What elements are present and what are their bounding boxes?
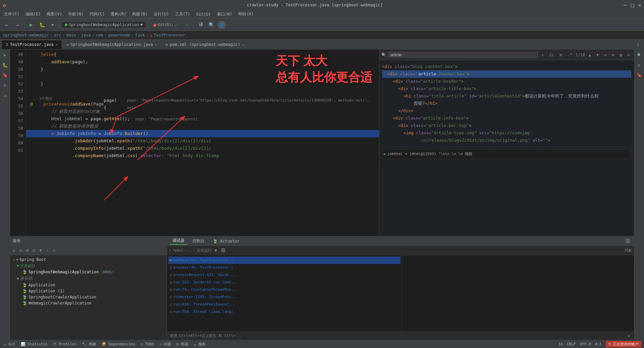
stack-item-1[interactable]: ▶ addSave:61, TestProcessor ( <box>168 257 400 264</box>
menu-navigate[interactable]: 导航(N) <box>65 11 86 18</box>
status-ie[interactable]: Ie <box>558 342 563 346</box>
stack-label-8[interactable]: run:750, Thread (java.lang) <box>173 308 233 315</box>
services-filter-btn[interactable]: ▼ <box>38 247 43 254</box>
inspector-filter2-btn[interactable]: ⊟ <box>626 52 632 58</box>
run-hint-close[interactable]: ✕ <box>626 333 631 339</box>
stack-label-2[interactable]: process:49, TestProcessor ( <box>173 264 233 271</box>
tab-springbootapp[interactable]: ✿ SpringbootWebmagicApplication.java ✕ <box>62 40 161 49</box>
run-btn[interactable]: ▶ <box>26 20 36 29</box>
tab-testprocessor[interactable]: J TestProcessor.java ✕ <box>1 40 62 49</box>
stack-label-5[interactable]: run:74, CountableThreadPoo... <box>173 286 238 293</box>
tab-pom[interactable]: m pom.xml (springboot-webmagic) ✕ <box>161 40 249 49</box>
inspector-search-input[interactable] <box>388 52 538 58</box>
right-structure-icon[interactable]: ≡ <box>635 61 643 69</box>
stack-label-1[interactable]: addSave:61, TestProcessor ( <box>173 257 233 264</box>
sidebar-run-icon[interactable]: ▶ <box>1 51 9 59</box>
status-todo[interactable]: ☑ TODO <box>141 342 154 346</box>
run-stack-trace[interactable]: ▶ addSave:61, TestProcessor ( ○ process:… <box>167 255 402 331</box>
services-app-application[interactable]: 🍃 Application <box>11 282 165 288</box>
code-lines[interactable]: }else{ addSave(page); } <box>26 50 379 236</box>
run-tab-debugger[interactable]: 调试器 <box>170 237 187 245</box>
services-stopped-section[interactable]: ▼ 未启动 <box>11 275 165 282</box>
services-app-springboot-crawler[interactable]: 🍃 SpringbootCrawlerApplication <box>11 294 165 300</box>
breadcrumb-project[interactable]: springboot-webmagic <box>3 33 49 38</box>
run-tab-actuator[interactable]: 🍃 Actuator <box>210 238 242 244</box>
search-btn[interactable]: 🔍 <box>207 20 216 29</box>
stack-item-6[interactable]: ○ runWorker:1149, ThreadProc... <box>168 293 400 301</box>
menu-git[interactable]: Git(G) <box>194 11 213 17</box>
run-variables-panel[interactable] <box>402 255 634 331</box>
status-problems[interactable]: ⚠ 问题 <box>159 342 171 347</box>
inspector-case-btn[interactable]: Cc <box>547 52 556 58</box>
stack-label-7[interactable]: run:624, ThreadPoolExecut... <box>173 301 235 308</box>
run-options-icon[interactable]: ☰ <box>220 247 227 254</box>
services-add-btn[interactable]: + <box>51 247 57 254</box>
inspector-dom-content[interactable]: <div class="blog content box"> <div clas… <box>379 60 634 236</box>
status-build[interactable]: 🔨 构建 <box>82 342 96 347</box>
run-config[interactable]: SpringbootWebmagicApplication ▼ <box>62 21 146 28</box>
services-app-application-1[interactable]: 🍃 Application (1) <box>11 288 165 294</box>
breadcrumb-file[interactable]: TestProcessor <box>154 33 185 38</box>
breadcrumb-java[interactable]: java <box>81 33 91 38</box>
stack-item-7[interactable]: ○ run:624, ThreadPoolExecut... <box>168 301 400 308</box>
status-terminal[interactable]: ⊡ 终端 <box>176 342 188 347</box>
stack-item-4[interactable]: ○ run:322, Spider$1 (us.code... <box>168 279 400 286</box>
menu-build[interactable]: 构建(B) <box>129 11 150 18</box>
status-git[interactable]: ⎇ Git <box>3 342 15 346</box>
stack-item-5[interactable]: ○ run:74, CountableThreadPoo... <box>168 286 400 293</box>
checkmark-btn[interactable]: ✓ <box>172 20 181 29</box>
services-expand-all-btn[interactable]: ⊞ <box>25 247 30 254</box>
forward-btn[interactable]: → <box>13 20 22 29</box>
sidebar-debug-icon[interactable]: 🐛 <box>1 61 9 69</box>
coverage-btn[interactable]: ☂ <box>48 20 57 29</box>
tab-close-3[interactable]: ✕ <box>242 43 244 47</box>
status-statistic[interactable]: 📊 Statistic <box>21 342 48 346</box>
status-line-ending[interactable]: CRLF <box>567 342 576 346</box>
status-services[interactable]: ☁ 服务 <box>194 342 205 347</box>
breadcrumb-main[interactable]: main <box>66 33 76 38</box>
sidebar-structure-icon[interactable]: ≡ <box>1 81 9 89</box>
stack-item-8[interactable]: ○ run:750, Thread (java.lang) <box>168 308 400 316</box>
stack-label-3[interactable]: processRequest:421, Spide... <box>173 272 235 278</box>
breadcrumb-task[interactable]: task <box>135 33 145 38</box>
services-collapse-all-btn[interactable]: ⊟ <box>18 247 23 254</box>
services-running-section[interactable]: ▼ 正在运行 <box>11 263 165 269</box>
right-inspector-icon[interactable]: 🔍 <box>635 51 643 59</box>
stack-item-3[interactable]: ○ processRequest:421, Spide... <box>168 271 400 279</box>
checkmark2-btn[interactable]: ✓ <box>182 20 192 29</box>
menu-code[interactable]: 代码(C) <box>87 11 108 18</box>
avatar-btn[interactable]: 👤 <box>218 21 226 29</box>
dom-line-2[interactable]: <div class="article-header-box"> <box>382 70 631 78</box>
menu-tools[interactable]: 工具(T) <box>172 11 193 18</box>
inspector-clear-btn[interactable]: ✕ <box>539 52 546 58</box>
stack-label-4[interactable]: run:322, Spider$1 (us.code... <box>173 279 238 286</box>
inspector-prev-btn[interactable]: ▲ <box>587 52 593 58</box>
services-run-btn[interactable]: ↗ <box>45 247 50 254</box>
services-tree-root[interactable]: ⊻ ▼ Spring Boot <box>11 257 165 263</box>
status-encoding[interactable]: UTF-8 <box>580 342 591 346</box>
inspector-filter-btn[interactable]: ⊞ <box>610 52 616 58</box>
right-bookmark-icon[interactable]: 🔖 <box>635 71 643 79</box>
menu-file[interactable]: 文件(F) <box>1 11 22 18</box>
debug-btn[interactable]: 🐛 <box>37 20 47 29</box>
back-btn[interactable]: ← <box>2 20 11 29</box>
run-filter-icon[interactable]: ▼ <box>213 247 218 254</box>
menu-help[interactable]: 帮助(H) <box>235 11 256 18</box>
maximize-btn[interactable]: □ <box>631 2 634 8</box>
menu-view[interactable]: 视图(V) <box>44 11 65 18</box>
translate-btn[interactable]: 译 <box>196 20 206 29</box>
menu-refactor[interactable]: 重构(R) <box>108 11 129 18</box>
breadcrumb-src[interactable]: src <box>54 33 61 38</box>
inspector-next-btn[interactable]: ▼ <box>594 52 601 58</box>
inspector-options-btn[interactable]: ▤ <box>618 52 624 58</box>
inspector-word-btn[interactable]: W <box>557 52 564 58</box>
tab-close-2[interactable]: ✕ <box>155 43 157 47</box>
tabs-more-btn[interactable]: ⋮ <box>633 40 643 49</box>
menu-edit[interactable]: 编辑(E) <box>23 11 44 18</box>
services-refresh-btn[interactable]: ↻ <box>11 247 17 254</box>
run-panel-settings-icon[interactable]: ☰ <box>624 237 631 245</box>
stack-item-2[interactable]: ○ process:49, TestProcessor ( <box>168 264 400 271</box>
breadcrumb-com[interactable]: com <box>96 33 103 38</box>
inspector-regex-btn[interactable]: .* <box>565 52 574 58</box>
breadcrumb-powernode[interactable]: powernode <box>108 33 130 38</box>
